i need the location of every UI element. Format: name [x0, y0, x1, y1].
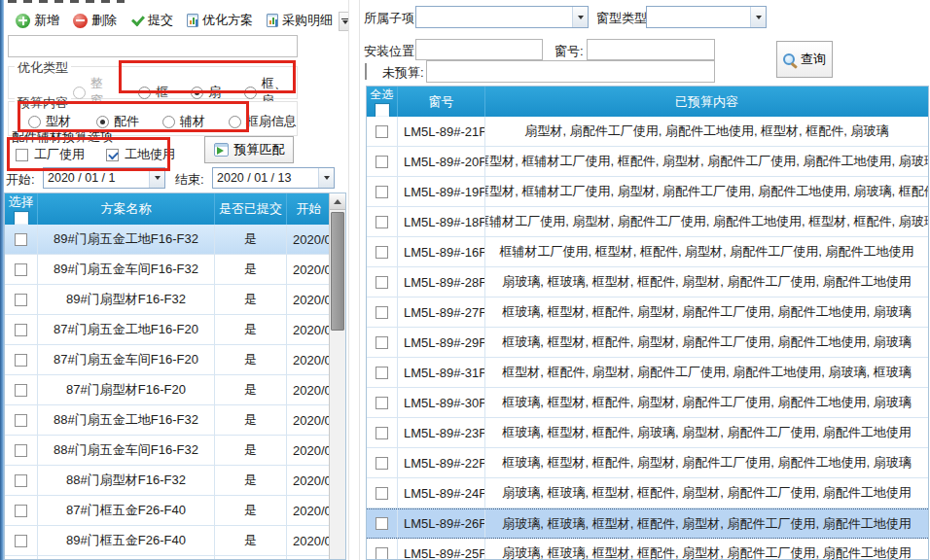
delete-button[interactable]: 删除 [66, 8, 124, 33]
end-date-picker[interactable]: 2020 / 01 / 13 [212, 167, 335, 189]
radio-frame[interactable] [138, 87, 151, 99]
row-checkbox[interactable] [15, 535, 27, 547]
row-checkbox[interactable] [15, 505, 27, 517]
row-checkbox[interactable] [15, 233, 27, 246]
add-button[interactable]: 新增 [9, 8, 66, 33]
submit-button[interactable]: 提交 [124, 8, 180, 33]
no-budget-checkbox[interactable] [365, 63, 367, 80]
plan-row[interactable]: 89#门扇五金车间F16-F32 是 2020/0 [5, 255, 345, 285]
row-checkbox[interactable] [376, 427, 388, 439]
start-date-picker[interactable]: 2020 / 01 / 1 [43, 167, 165, 189]
row-checkbox[interactable] [376, 547, 388, 560]
row-checkbox[interactable] [15, 294, 27, 306]
row-checkbox[interactable] [376, 186, 388, 198]
plan-row[interactable]: 87#门扇五金车间F16-F20 是 2020/0 [5, 345, 345, 375]
purchase-detail-button[interactable]: 采购明细 [260, 8, 351, 33]
no-budget-input[interactable] [426, 60, 715, 83]
radio-auxiliary[interactable] [162, 116, 175, 128]
start-date-dropdown-icon[interactable] [149, 168, 164, 188]
add-label: 新增 [34, 12, 59, 29]
budget-row[interactable]: LM5L-89#-22F20 框玻璃, 框型材, 框配件, 扇型材, 扇配件工厂… [367, 448, 928, 478]
header-plan-name[interactable]: 方案名称 [38, 193, 215, 225]
radio-profile[interactable] [28, 116, 41, 128]
scrollbar-thumb[interactable] [331, 212, 344, 331]
radio-frame-sash-info[interactable] [229, 116, 241, 128]
row-checkbox[interactable] [15, 384, 27, 397]
row-checkbox[interactable] [376, 125, 388, 138]
budget-row[interactable]: LM5L-89#-24F22 扇玻璃, 框玻璃, 框型材, 框配件, 扇型材, … [367, 478, 928, 508]
no-budget-label: 未预算: [382, 64, 424, 82]
row-checkbox[interactable] [376, 306, 388, 319]
checkbox-factory-use[interactable] [16, 149, 28, 161]
sub-item-dropdown-icon[interactable] [572, 7, 588, 27]
row-checkbox[interactable] [376, 336, 388, 349]
header-budgeted-content[interactable]: 已预算内容 [485, 87, 928, 117]
budget-row[interactable]: LM5L-89#-28F26 扇玻璃, 框玻璃, 框型材, 框配件, 扇型材, … [367, 267, 928, 298]
end-date-dropdown-icon[interactable] [318, 168, 334, 188]
plan-row[interactable]: 88#门扇五金工地F16-F32 是 2020/0 [5, 405, 345, 436]
budget-row[interactable]: LM5L-89#-16F15 框辅材工厂使用, 框型材, 框配件, 扇型材, 扇… [367, 237, 928, 267]
row-checkbox[interactable] [376, 246, 388, 259]
row-checkbox[interactable] [376, 367, 388, 379]
row-checkbox[interactable] [376, 156, 388, 168]
panel-divider[interactable] [348, 0, 360, 560]
budget-row[interactable]: LM5L-89#-19F17 框型材, 框辅材工厂使用, 扇型材, 扇配件工厂使… [367, 177, 928, 207]
row-checkbox[interactable] [15, 263, 27, 276]
plan-table-scrollbar[interactable] [329, 193, 345, 559]
plan-row[interactable]: 88#门扇型材F16-F32 是 2020/0 [5, 466, 345, 496]
radio-frame-sash[interactable] [244, 87, 257, 99]
budget-row[interactable]: LM5L-89#-31F29 框型材, 框配件, 扇型材, 扇配件工厂使用, 扇… [367, 358, 928, 388]
budget-row[interactable]: LM5L-89#-25F23 扇玻璃, 框玻璃, 框型材, 框配件, 扇型材, … [367, 539, 928, 560]
row-checkbox[interactable] [15, 324, 27, 336]
sub-item-select[interactable] [415, 6, 589, 28]
row-checkbox[interactable] [376, 276, 388, 289]
header-window-no[interactable]: 窗号 [398, 87, 485, 117]
budget-row[interactable]: LM5L-89#-20F18 框型材, 框辅材工厂使用, 框配件, 扇型材, 扇… [367, 147, 928, 177]
row-checkbox[interactable] [15, 354, 27, 367]
plan-row[interactable]: 88#门框五金F21-F40 是 2020/0 [5, 556, 345, 560]
end-date-label: 结束: [175, 171, 204, 189]
budget-row[interactable]: LM5L-89#-21F19 扇型材, 扇配件工厂使用, 扇配件工地使用, 框型… [367, 117, 928, 147]
plan-row[interactable]: 87#门框五金F26-F40 是 2020/0 [5, 496, 345, 526]
window-no-input[interactable] [587, 39, 715, 60]
row-checkbox[interactable] [376, 457, 388, 470]
budget-row[interactable]: LM5L-89#-27F25 框玻璃, 框型材, 框配件, 扇型材, 扇配件工厂… [367, 298, 928, 328]
query-button[interactable]: 查询 [776, 41, 833, 78]
window-type-select[interactable] [646, 6, 767, 28]
budget-row[interactable]: LM5L-89#-23F21 框玻璃, 框型材, 框配件, 扇玻璃, 扇型材, … [367, 418, 928, 448]
budget-row[interactable]: LM5L-89#-29F27 框玻璃, 框型材, 框配件, 扇型材, 扇配件工厂… [367, 328, 928, 358]
header-submitted[interactable]: 是否已提交 [215, 193, 287, 225]
checkbox-site-use[interactable] [106, 149, 119, 161]
plan-row[interactable]: 87#门扇型材F16-F20 是 2020/0 [5, 375, 345, 405]
radio-accessory[interactable] [96, 116, 109, 128]
plan-filter-input[interactable] [8, 35, 298, 57]
plan-row[interactable]: 89#门扇五金工地F16-F32 是 2020/0 [5, 225, 345, 255]
budget-row[interactable]: LM5L-89#-18F16 框辅材工厂使用, 扇型材, 扇配件工厂使用, 扇配… [367, 207, 928, 237]
budget-match-button[interactable]: 预算匹配 [204, 136, 294, 163]
row-checkbox[interactable] [376, 397, 388, 409]
plan-row[interactable]: 89#门框五金F26-F40 是 2020/0 [5, 526, 345, 556]
optimize-plan-button[interactable]: 优化方案 [180, 8, 260, 33]
row-checkbox[interactable] [15, 474, 27, 487]
plan-row[interactable]: 87#门扇五金工地F16-F20 是 2020/0 [5, 315, 345, 345]
budget-row[interactable]: LM5L-89#-30F28 框玻璃, 框型材, 框配件, 扇型材, 扇配件工厂… [367, 388, 928, 418]
window-type-dropdown-icon[interactable] [750, 7, 766, 27]
header-start[interactable]: 开始 [287, 193, 331, 225]
select-all-checkbox[interactable] [376, 104, 389, 117]
row-checkbox[interactable] [15, 414, 27, 427]
row-checkbox[interactable] [376, 517, 388, 530]
install-pos-input[interactable] [415, 39, 543, 60]
row-checkbox[interactable] [15, 444, 27, 457]
plan-row[interactable]: 88#门扇五金车间F16-F32 是 2020/0 [5, 436, 345, 466]
radio-sash[interactable] [191, 87, 203, 99]
radio-whole-window[interactable] [73, 87, 86, 99]
row-checkbox[interactable] [376, 216, 388, 228]
row-checkbox[interactable] [376, 487, 388, 500]
scrollbar-up-arrow-icon[interactable] [330, 193, 345, 210]
plan-panel: 新增 删除 提交 优化方案 采购明细 优化类型 整窗 框 [4, 4, 348, 560]
radio-frame-sash-info-label: 框扇信息 [246, 113, 297, 130]
select-all-checkbox[interactable] [15, 212, 28, 225]
radio-sash-label: 扇 [208, 84, 221, 101]
plan-row[interactable]: 89#门扇型材F16-F32 是 2020/0 [5, 285, 345, 315]
budget-row-selected[interactable]: LM5L-89#-26F24 扇玻璃, 框玻璃, 框型材, 框配件, 扇型材, … [367, 508, 928, 539]
